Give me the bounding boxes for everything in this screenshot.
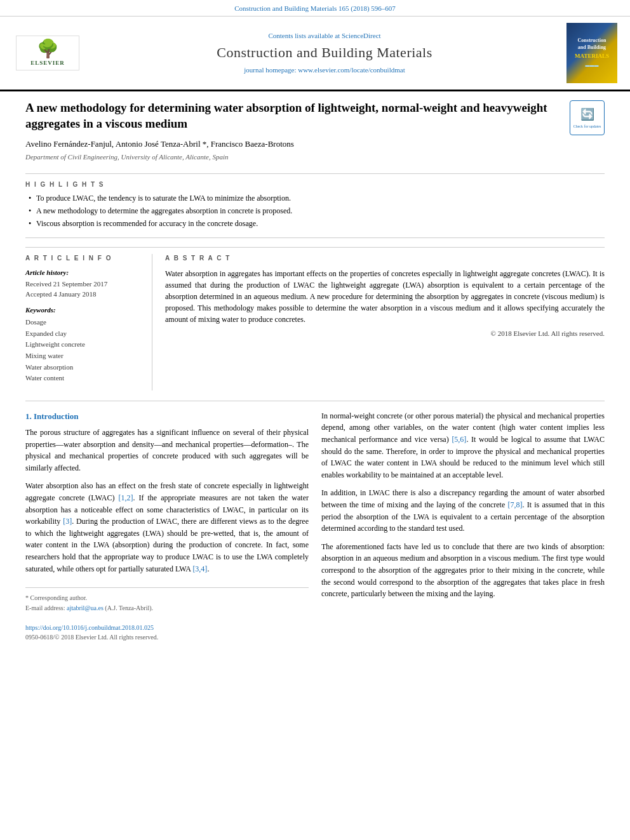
journal-homepage-line: journal homepage: www.elsevier.com/locat… — [89, 65, 560, 75]
elsevier-name: ELSEVIER — [30, 59, 65, 67]
keyword-1: Dosage — [25, 317, 142, 328]
highlight-item-1: To produce LWAC, the tendency is to satu… — [29, 193, 605, 204]
ref-5-6: [5,6] — [452, 435, 466, 444]
abstract-header: A B S T R A C T — [165, 254, 605, 263]
journal-header: 🌳 ELSEVIER Contents lists available at S… — [0, 17, 630, 91]
keywords-list: Dosage Expanded clay Lightweight concret… — [25, 317, 142, 384]
keywords-label: Keywords: — [25, 305, 142, 315]
contents-label: Contents lists available at — [268, 32, 340, 39]
journal-reference-text: Construction and Building Materials 165 … — [234, 4, 396, 12]
ref-1-2: [1,2] — [118, 493, 133, 502]
doi-line: https://doi.org/10.1016/j.conbuildmat.20… — [25, 623, 309, 633]
homepage-url[interactable]: www.elsevier.com/locate/conbuildmat — [298, 66, 405, 74]
right-paragraph-1: In normal-weight concrete (or other poro… — [321, 410, 605, 481]
check-for-updates-badge: 🔄 Check for updates — [570, 100, 605, 135]
authors-text: Avelino Fernández-Fanjul, Antonio José T… — [25, 139, 294, 149]
homepage-label: journal homepage: — [244, 66, 296, 74]
elsevier-logo: 🌳 ELSEVIER — [16, 36, 79, 70]
accepted-date: Accepted 4 January 2018 — [25, 290, 142, 299]
intro-number: 1. — [25, 411, 32, 421]
body-right-column: In normal-weight concrete (or other poro… — [321, 410, 605, 643]
intro-paragraph-1: The porous structure of aggregates has a… — [25, 427, 309, 474]
journal-main-title: Construction and Building Materials — [89, 43, 560, 63]
keyword-4: Mixing water — [25, 350, 142, 362]
right-paragraph-3: The aforementioned facts have led us to … — [321, 541, 605, 600]
journal-center-info: Contents lists available at ScienceDirec… — [89, 31, 560, 76]
elsevier-logo-section: 🌳 ELSEVIER — [13, 36, 83, 70]
footer-notes: * Corresponding author. E-mail address: … — [25, 587, 309, 643]
article-title-block: A new methodology for determining water … — [25, 100, 563, 168]
article-authors: Avelino Fernández-Fanjul, Antonio José T… — [25, 138, 563, 150]
check-icon: 🔄 — [580, 107, 594, 123]
ref-3: [3] — [63, 517, 72, 526]
keywords-section: Keywords: Dosage Expanded clay Lightweig… — [25, 305, 142, 384]
article-history-section: Article history: Received 21 September 2… — [25, 268, 142, 299]
doi-link[interactable]: https://doi.org/10.1016/j.conbuildmat.20… — [25, 624, 154, 631]
journal-reference-bar: Construction and Building Materials 165 … — [0, 0, 630, 17]
highlight-item-2: A new methodology to determine the aggre… — [29, 206, 605, 217]
ref-3-4: [3,4] — [192, 564, 207, 573]
highlights-list: To produce LWAC, the tendency is to satu… — [25, 193, 605, 229]
highlights-label: H I G H L I G H T S — [25, 180, 605, 189]
info-abstract-section: A R T I C L E I N F O Article history: R… — [25, 247, 605, 390]
email-label: E-mail address: — [25, 604, 65, 611]
science-direct-link-text[interactable]: ScienceDirect — [342, 32, 381, 39]
highlights-section: H I G H L I G H T S To produce LWAC, the… — [25, 173, 605, 237]
email-link[interactable]: ajtabril@ua.es — [67, 604, 104, 611]
corresponding-note: * Corresponding author. — [25, 593, 309, 603]
body-columns: 1. Introduction The porous structure of … — [25, 410, 605, 643]
body-left-column: 1. Introduction The porous structure of … — [25, 410, 309, 643]
copyright-line: © 2018 Elsevier Ltd. All rights reserved… — [165, 329, 605, 338]
cover-title-text: Constructionand Building — [578, 37, 607, 51]
email-line: E-mail address: ajtabril@ua.es (A.J. Ten… — [25, 603, 309, 613]
body-divider — [25, 401, 605, 401]
issn-line: 0950-0618/© 2018 Elsevier Ltd. All right… — [25, 632, 309, 643]
article-info-header: A R T I C L E I N F O — [25, 254, 142, 263]
intro-title: Introduction — [34, 411, 79, 421]
intro-paragraph-2: Water absorption also has an effect on t… — [25, 480, 309, 575]
right-paragraph-2: In addition, in LWAC there is also a dis… — [321, 487, 605, 534]
ref-7-8: [7,8] — [507, 500, 522, 509]
received-date: Received 21 September 2017 — [25, 279, 142, 289]
keyword-3: Lightweight concrete — [25, 339, 142, 350]
cover-materials-text: MATERIALS — [575, 52, 609, 60]
history-label: Article history: — [25, 268, 142, 277]
introduction-title: 1. Introduction — [25, 410, 309, 423]
science-direct-line: Contents lists available at ScienceDirec… — [89, 31, 560, 41]
keyword-5: Water absorption — [25, 362, 142, 373]
email-name: (A.J. Tenza-Abril). — [105, 604, 153, 611]
keyword-2: Expanded clay — [25, 328, 142, 340]
check-label: Check for updates — [573, 124, 601, 129]
abstract-text: Water absorption in aggregates has impor… — [165, 268, 605, 325]
article-affiliation: Department of Civil Engineering, Univers… — [25, 152, 563, 162]
elsevier-tree-icon: 🌳 — [37, 40, 59, 58]
article-main-title: A new methodology for determining water … — [25, 100, 563, 131]
highlight-item-3: Viscous absorption is recommended for ac… — [29, 218, 605, 229]
article-info-column: A R T I C L E I N F O Article history: R… — [25, 254, 152, 390]
article-title-section: A new methodology for determining water … — [25, 100, 605, 168]
abstract-column: A B S T R A C T Water absorption in aggr… — [165, 254, 605, 390]
keyword-6: Water content — [25, 373, 142, 384]
journal-cover-thumbnail: Constructionand Building MATERIALS ▬▬▬ — [566, 23, 617, 83]
article-content: A new methodology for determining water … — [0, 91, 630, 655]
cover-decoration: ▬▬▬ — [586, 63, 599, 69]
